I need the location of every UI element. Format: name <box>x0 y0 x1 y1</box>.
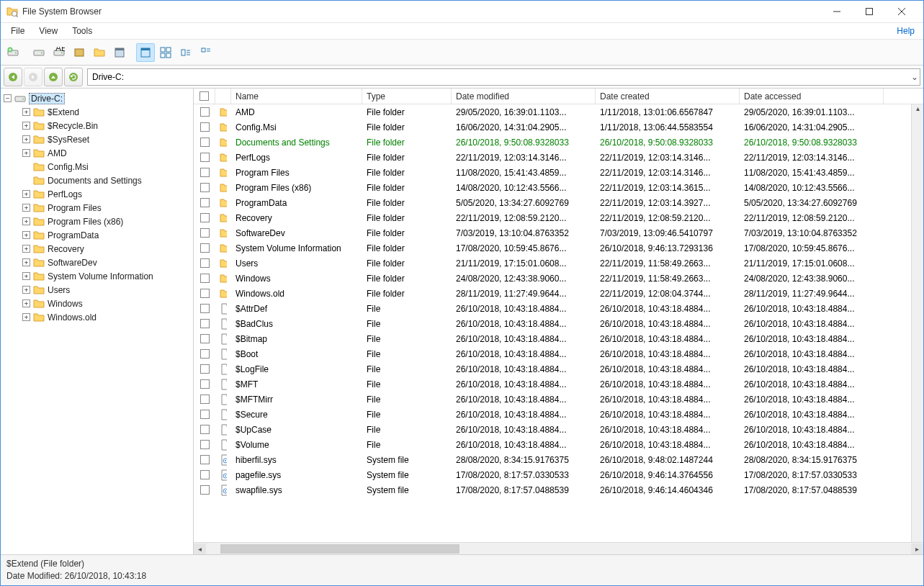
list-row[interactable]: $SecureFile26/10/2018, 10:43:18.4884...2… <box>194 407 911 422</box>
expand-toggle[interactable]: + <box>22 272 30 280</box>
tree-item[interactable]: +SoftwareDev <box>1 256 193 269</box>
list-row[interactable]: pagefile.sysSystem file17/08/2020, 8:17:… <box>194 467 911 482</box>
row-checkbox[interactable] <box>194 289 215 298</box>
tree-item[interactable]: +Program Files <box>1 201 193 215</box>
expand-toggle[interactable]: + <box>22 286 30 294</box>
list-row[interactable]: Documents and SettingsFile folder26/10/2… <box>194 135 911 150</box>
add-image-button[interactable] <box>4 43 22 62</box>
tree-item[interactable]: +Recovery <box>1 242 193 256</box>
tool-window-icon[interactable] <box>110 43 129 62</box>
address-bar[interactable]: Drive-C: ⌄ <box>87 68 920 86</box>
address-dropdown-icon[interactable]: ⌄ <box>911 72 918 82</box>
tree-item[interactable]: +AMD <box>1 146 193 160</box>
expand-toggle[interactable]: + <box>22 258 30 266</box>
file-list[interactable]: AMDFile folder29/05/2020, 16:39:01.1103.… <box>194 104 911 542</box>
row-checkbox[interactable] <box>194 379 215 389</box>
list-row[interactable]: Config.MsiFile folder16/06/2020, 14:31:0… <box>194 120 911 135</box>
header-name[interactable]: Name <box>231 89 362 104</box>
row-checkbox[interactable] <box>194 228 215 238</box>
list-row[interactable]: SoftwareDevFile folder7/03/2019, 13:10:0… <box>194 225 911 240</box>
menu-tools[interactable]: Tools <box>66 24 98 37</box>
tree-item[interactable]: +$Extend <box>1 105 193 119</box>
list-row[interactable]: WindowsFile folder24/08/2020, 12:43:38.9… <box>194 271 911 286</box>
tree-item[interactable]: +$SysReset <box>1 132 193 146</box>
expand-toggle[interactable]: + <box>22 299 30 307</box>
row-checkbox[interactable] <box>194 319 215 328</box>
header-created[interactable]: Date created <box>596 89 740 104</box>
tree-item[interactable]: +Program Files (x86) <box>1 215 193 228</box>
list-row[interactable]: swapfile.sysSystem file17/08/2020, 8:17:… <box>194 482 911 497</box>
list-row[interactable]: UsersFile folder21/11/2019, 17:15:01.060… <box>194 256 911 271</box>
menu-help[interactable]: Help <box>897 26 919 36</box>
row-checkbox[interactable] <box>194 153 215 162</box>
list-row[interactable]: $MFTFile26/10/2018, 10:43:18.4884...26/1… <box>194 377 911 392</box>
row-checkbox[interactable] <box>194 183 215 192</box>
menu-file[interactable]: File <box>5 24 30 37</box>
row-checkbox[interactable] <box>194 410 215 419</box>
tree-item[interactable]: +Windows.old <box>1 310 193 324</box>
list-row[interactable]: System Volume InformationFile folder17/0… <box>194 240 911 256</box>
list-row[interactable]: Windows.oldFile folder28/11/2019, 11:27:… <box>194 286 911 301</box>
list-row[interactable]: hiberfil.sysSystem file28/08/2020, 8:34:… <box>194 452 911 467</box>
nav-up-button[interactable] <box>44 68 63 86</box>
expand-toggle[interactable]: + <box>22 231 30 239</box>
minimize-button[interactable] <box>820 1 853 22</box>
view-large-icons-button[interactable] <box>136 43 155 62</box>
close-button[interactable] <box>885 1 918 22</box>
expand-toggle[interactable]: + <box>22 135 30 143</box>
row-checkbox[interactable] <box>194 364 215 374</box>
tree-item[interactable]: +PerfLogs <box>1 187 193 201</box>
nav-refresh-button[interactable] <box>64 68 83 86</box>
nav-forward-button[interactable] <box>24 68 42 86</box>
scroll-thumb[interactable] <box>220 544 460 554</box>
tree-item[interactable]: +$Recycle.Bin <box>1 119 193 132</box>
row-checkbox[interactable] <box>194 138 215 147</box>
scroll-right-icon[interactable]: ▸ <box>911 544 923 554</box>
tree-item[interactable]: Documents and Settings <box>1 173 193 187</box>
menu-view[interactable]: View <box>33 24 63 37</box>
header-accessed[interactable]: Date accessed <box>740 89 884 104</box>
expand-toggle[interactable]: + <box>22 122 30 130</box>
header-modified[interactable]: Date modified <box>452 89 596 104</box>
list-row[interactable]: Program Files (x86)File folder14/08/2020… <box>194 180 911 195</box>
row-checkbox[interactable] <box>194 304 215 313</box>
list-row[interactable]: $BitmapFile26/10/2018, 10:43:18.4884...2… <box>194 331 911 346</box>
expand-toggle[interactable]: + <box>22 149 30 157</box>
list-row[interactable]: $VolumeFile26/10/2018, 10:43:18.4884...2… <box>194 437 911 452</box>
expand-toggle[interactable]: + <box>22 108 30 116</box>
tree-item[interactable]: +ProgramData <box>1 228 193 242</box>
expand-toggle[interactable]: + <box>22 217 30 225</box>
nav-back-button[interactable] <box>4 68 22 86</box>
horizontal-scrollbar[interactable]: ◂ ▸ <box>194 542 923 554</box>
row-checkbox[interactable] <box>194 440 215 449</box>
list-row[interactable]: $BadClusFile26/10/2018, 10:43:18.4884...… <box>194 316 911 331</box>
row-checkbox[interactable] <box>194 274 215 283</box>
header-type[interactable]: Type <box>362 89 452 104</box>
list-row[interactable]: $AttrDefFile26/10/2018, 10:43:18.4884...… <box>194 301 911 316</box>
folder-tree[interactable]: − Drive-C: +$Extend+$Recycle.Bin+$SysRes… <box>1 89 194 554</box>
row-checkbox[interactable] <box>194 395 215 404</box>
tree-item[interactable]: +System Volume Information <box>1 269 193 283</box>
expand-toggle[interactable]: + <box>22 313 30 321</box>
expand-toggle[interactable]: + <box>22 204 30 212</box>
row-checkbox[interactable] <box>194 107 215 117</box>
view-small-button[interactable] <box>197 43 215 62</box>
tree-item[interactable]: +Users <box>1 283 193 297</box>
row-checkbox[interactable] <box>194 168 215 177</box>
maximize-button[interactable] <box>853 1 885 22</box>
tool-box-icon[interactable] <box>70 43 89 62</box>
list-row[interactable]: $UpCaseFile26/10/2018, 10:43:18.4884...2… <box>194 422 911 437</box>
row-checkbox[interactable] <box>194 243 215 253</box>
row-checkbox[interactable] <box>194 213 215 222</box>
expand-toggle[interactable]: + <box>22 245 30 253</box>
row-checkbox[interactable] <box>194 349 215 359</box>
row-checkbox[interactable] <box>194 470 215 479</box>
list-row[interactable]: RecoveryFile folder22/11/2019, 12:08:59.… <box>194 210 911 225</box>
row-checkbox[interactable] <box>194 455 215 464</box>
list-row[interactable]: $LogFileFile26/10/2018, 10:43:18.4884...… <box>194 361 911 377</box>
tree-item[interactable]: Config.Msi <box>1 160 193 173</box>
header-checkbox[interactable] <box>194 89 215 104</box>
row-checkbox[interactable] <box>194 122 215 132</box>
list-row[interactable]: AMDFile folder29/05/2020, 16:39:01.1103.… <box>194 104 911 120</box>
row-checkbox[interactable] <box>194 334 215 343</box>
